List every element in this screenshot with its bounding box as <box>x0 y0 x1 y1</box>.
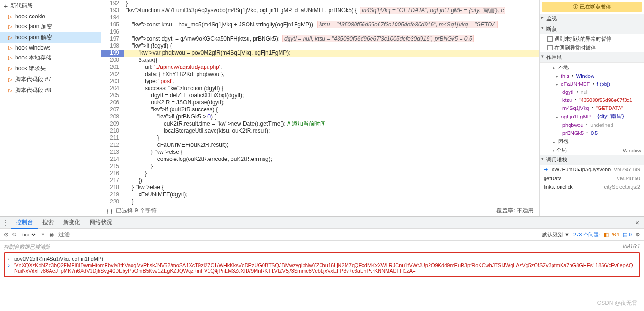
line-number[interactable]: 205 <box>101 92 124 99</box>
scope-variable[interactable]: ktsu: "435080f56d96e67f3c1 <box>540 96 644 104</box>
code-line[interactable]: 209 ouK2tR.result.time = "kw">new Date()… <box>101 120 539 127</box>
sidebar-item[interactable]: ▷脚本代码段 #7 <box>0 74 101 85</box>
code-line[interactable]: 211 } <box>101 134 539 142</box>
line-number[interactable]: 210 <box>101 127 124 134</box>
console-menu-icon[interactable]: ⋮ <box>3 219 8 226</box>
filter-input[interactable] <box>58 230 538 239</box>
bp-uncaught[interactable]: 遇到未捕获的异常时暂停 <box>540 34 644 43</box>
code-line[interactable]: 205 dgytI = deIZLF7oahc0DLiXbqt(dgytI); <box>101 92 539 99</box>
info-count[interactable]: ▤ 9 <box>623 232 632 238</box>
code-line[interactable]: 203 type: "post", <box>101 78 539 85</box>
code-line[interactable]: 201 url: '../apinew/aqistudyapi.php', <box>101 64 539 71</box>
sidebar-item[interactable]: ▷hook json 加密 <box>0 21 101 32</box>
line-number[interactable]: 212 <box>101 142 124 149</box>
line-number[interactable]: 199 <box>101 50 124 57</box>
sidebar-item[interactable]: ▷hook 本地存储 <box>0 52 101 63</box>
line-number[interactable]: 220 <box>101 198 124 205</box>
line-number[interactable]: 209 <box>101 120 124 127</box>
drawer-close-icon[interactable]: × <box>631 219 644 227</box>
scope-closure[interactable]: 闭包 <box>540 137 644 146</box>
code-line[interactable]: 193"kw">function sW7FumD53pAq3ysvobb(m4S… <box>101 7 539 14</box>
line-number[interactable]: 203 <box>101 78 124 85</box>
line-number[interactable]: 208 <box>101 113 124 120</box>
code-line[interactable]: 202 data: { hXhY1B2Kd: phqbwou }, <box>101 71 539 78</box>
callstack-section[interactable]: 调用堆栈 <box>540 155 644 165</box>
code-line[interactable]: 208 "kw">if (prBNGk5 > 0) { <box>101 113 539 120</box>
code-line[interactable]: 215 } <box>101 163 539 170</box>
line-number[interactable]: 200 <box>101 57 124 64</box>
line-number[interactable]: 216 <box>101 170 124 177</box>
scope-variable[interactable]: this: Window <box>540 72 644 80</box>
line-number[interactable]: 197 <box>101 35 124 42</box>
code-line[interactable]: 213 } "kw">else { <box>101 149 539 156</box>
code-line[interactable]: 198 "kw">if (!dgytI) { <box>101 42 539 50</box>
line-number[interactable]: 204 <box>101 85 124 92</box>
callstack-frame[interactable]: getDataVM348:50 <box>540 174 644 183</box>
sidebar-item[interactable]: ▷脚本代码段 #8 <box>0 85 101 96</box>
warn-count[interactable]: ◧ 264 <box>604 232 619 238</box>
line-number[interactable]: 213 <box>101 149 124 156</box>
drawer-tab[interactable]: 搜索 <box>38 217 58 229</box>
scope-variable[interactable]: cFaUNrMEF: f (obj) <box>540 80 644 88</box>
scope-local[interactable]: 本地 <box>540 63 644 72</box>
code-line[interactable]: 199 "kw">var phqbwou = pov0M2gfR(m4Sq1jV… <box>101 50 539 57</box>
line-number[interactable]: 214 <box>101 156 124 163</box>
line-number[interactable]: 219 <box>101 191 124 198</box>
code-line[interactable]: 200 $.ajax({ <box>101 57 539 64</box>
callstack-frame[interactable]: links..onclickcitySelector.js:2 <box>540 183 644 191</box>
line-number[interactable]: 211 <box>101 134 124 142</box>
line-number[interactable]: 206 <box>101 99 124 106</box>
line-number[interactable]: 217 <box>101 177 124 184</box>
line-number[interactable]: 202 <box>101 71 124 78</box>
breakpoints-section[interactable]: 断点 <box>540 24 644 34</box>
sidebar-item[interactable]: ▷hook cookie <box>0 12 101 21</box>
scope-variable[interactable]: prBNGk5: 0.5 <box>540 129 644 137</box>
line-number[interactable]: 196 <box>101 28 124 35</box>
code-line[interactable]: 192} <box>101 0 539 7</box>
code-line[interactable]: 214 console.log(ouK2tR.errcode, ouK2tR.e… <box>101 156 539 163</box>
checkbox-icon[interactable] <box>547 45 553 50</box>
context-select[interactable]: top <box>20 231 37 238</box>
log-level-select[interactable]: 默认级别 ▼ <box>542 231 570 238</box>
code-line[interactable]: 195 "kw">const ktsu = hex_md5(m4Sq1jVkq … <box>101 21 539 28</box>
bp-caught[interactable]: 在遇到异常时暂停 <box>540 43 644 52</box>
scope-variable[interactable]: m4Sq1jVkq: "GETDATA" <box>540 104 644 112</box>
code-line[interactable]: 207 "kw">if (ouK2tR.success) { <box>101 106 539 113</box>
line-number[interactable]: 207 <box>101 106 124 113</box>
scope-variable[interactable]: phqbwou: undefined <box>540 121 644 129</box>
drawer-tab[interactable]: 网络状况 <box>85 217 117 229</box>
sidebar-item[interactable]: ▷hook windows <box>0 43 101 52</box>
braces-icon[interactable]: { } <box>107 208 112 214</box>
code-line[interactable]: 210 localStorageUtil.save(ktsu, ouK2tR.r… <box>101 127 539 134</box>
scope-section[interactable]: 作用域 <box>540 52 644 63</box>
line-number[interactable]: 193 <box>101 7 124 14</box>
scope-variable[interactable]: ogFjn1FgMP: {city: '南昌'} <box>540 112 644 121</box>
line-number[interactable]: 215 <box>101 163 124 170</box>
code-line[interactable]: 197 "kw">const dgytI = gAmw9oKGCka50hFH(… <box>101 35 539 42</box>
gear-icon[interactable]: ⚙ <box>636 232 640 238</box>
code-line[interactable]: 194 <box>101 14 539 21</box>
issues-link[interactable]: 273 个问题: <box>573 231 600 238</box>
line-number[interactable]: 198 <box>101 42 124 50</box>
checkbox-icon[interactable] <box>547 36 553 42</box>
clear-icon[interactable]: ⦰ <box>12 231 17 238</box>
sidebar-item[interactable]: ▷hook json 解密 <box>0 32 101 43</box>
line-number[interactable]: 201 <box>101 64 124 71</box>
line-number[interactable]: 195 <box>101 21 124 28</box>
code-line[interactable]: 196 <box>101 28 539 35</box>
code-line[interactable]: 204 success: "kw">function (dgytI) { <box>101 85 539 92</box>
code-line[interactable]: 212 cFaUNrMEF(ouK2tR.result); <box>101 142 539 149</box>
line-number[interactable]: 192 <box>101 0 124 7</box>
line-number[interactable]: 194 <box>101 14 124 21</box>
drawer-tab[interactable]: 新变化 <box>58 217 85 229</box>
code-line[interactable]: 206 ouK2tR = JSON.parse(dgytI); <box>101 99 539 106</box>
sidebar-item[interactable]: ▷hook 请求头 <box>0 63 101 74</box>
console-output[interactable]: 控制台数据已被清除 VM16:1 › pov0M2gfR(m4Sq1jVkq, … <box>0 241 644 302</box>
callstack-frame[interactable]: sW7FumD53pAq3ysvobbVM295:199 <box>540 165 644 174</box>
code-line[interactable]: 216 } <box>101 170 539 177</box>
code-line[interactable]: 219 cFaUNrMEF(dgytI); <box>101 191 539 198</box>
clear-console-icon[interactable]: ⊘ <box>4 231 8 238</box>
watch-section[interactable]: 监视 <box>540 14 644 24</box>
scope-variable[interactable]: dgytI: null <box>540 88 644 96</box>
new-snippet-button[interactable]: + 新代码段 <box>0 0 101 12</box>
